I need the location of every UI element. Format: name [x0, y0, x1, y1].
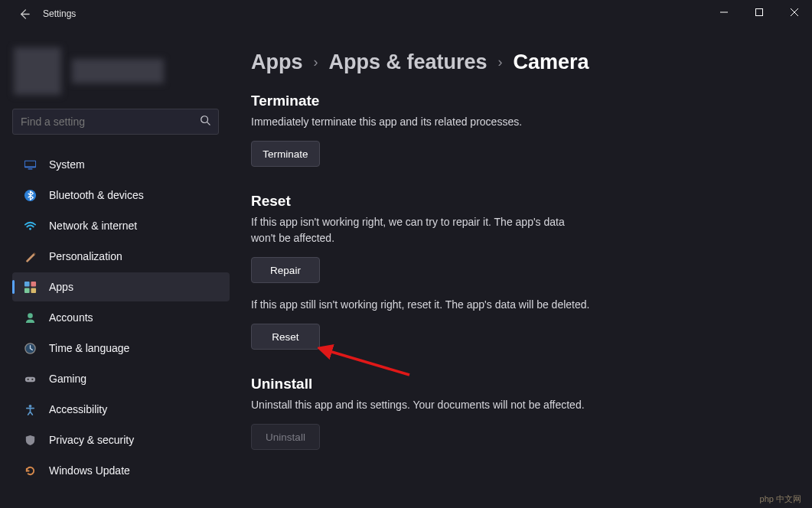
- uninstall-button: Uninstall: [251, 424, 320, 450]
- sidebar-item-label: Time & language: [49, 342, 129, 354]
- section-title: Terminate: [251, 93, 791, 109]
- reset-section: Reset If this app isn't working right, w…: [251, 193, 791, 350]
- search-box[interactable]: [12, 109, 219, 135]
- sidebar-item-label: Personalization: [49, 250, 122, 262]
- search-icon: [200, 115, 210, 129]
- svg-point-6: [29, 227, 31, 230]
- main-content: Apps › Apps & features › Camera Terminat…: [230, 28, 812, 508]
- sidebar: System Bluetooth & devices Network & int…: [0, 28, 230, 508]
- uninstall-section: Uninstall Uninstall this app and its set…: [251, 376, 791, 450]
- terminate-section: Terminate Immediately terminate this app…: [251, 93, 791, 167]
- sidebar-item-personalization[interactable]: Personalization: [12, 242, 230, 271]
- svg-point-1: [201, 116, 208, 123]
- sidebar-item-privacy-security[interactable]: Privacy & security: [12, 425, 230, 454]
- sidebar-item-bluetooth[interactable]: Bluetooth & devices: [12, 181, 230, 210]
- svg-rect-3: [24, 161, 34, 166]
- window-title: Settings: [43, 8, 76, 19]
- avatar: [14, 47, 61, 95]
- update-icon: [23, 464, 37, 477]
- svg-rect-13: [24, 376, 34, 382]
- minimize-icon: [720, 8, 728, 16]
- shield-icon: [23, 433, 37, 447]
- chevron-right-icon: ›: [314, 54, 318, 70]
- svg-rect-7: [24, 281, 29, 286]
- sidebar-item-apps[interactable]: Apps: [12, 272, 230, 301]
- back-button[interactable]: [17, 7, 31, 21]
- svg-rect-8: [31, 281, 36, 286]
- bluetooth-icon: [23, 188, 37, 202]
- gamepad-icon: [23, 372, 37, 386]
- search-input[interactable]: [21, 116, 200, 128]
- svg-rect-10: [31, 288, 36, 293]
- user-name: [72, 59, 164, 83]
- svg-point-16: [28, 404, 31, 407]
- sidebar-item-label: Accounts: [49, 311, 93, 324]
- chevron-right-icon: ›: [498, 54, 503, 70]
- clock-globe-icon: [23, 341, 37, 355]
- section-title: Uninstall: [251, 376, 791, 392]
- terminate-button[interactable]: Terminate: [251, 141, 320, 167]
- sidebar-item-label: Accessibility: [49, 403, 107, 415]
- monitor-icon: [23, 158, 37, 171]
- minimize-button[interactable]: [706, 0, 742, 24]
- brush-icon: [23, 249, 37, 263]
- section-desc: If this app still isn't working right, r…: [251, 297, 634, 313]
- sidebar-item-label: Bluetooth & devices: [49, 189, 144, 201]
- svg-rect-9: [24, 288, 29, 293]
- breadcrumb-apps-features[interactable]: Apps & features: [329, 50, 488, 74]
- sidebar-item-time-language[interactable]: Time & language: [12, 334, 230, 363]
- section-desc: Uninstall this app and its settings. You…: [251, 397, 634, 413]
- apps-icon: [23, 280, 37, 294]
- accessibility-icon: [23, 402, 37, 416]
- sidebar-item-label: System: [49, 158, 85, 171]
- titlebar: Settings: [0, 0, 812, 28]
- repair-button[interactable]: Repair: [251, 257, 320, 283]
- sidebar-item-windows-update[interactable]: Windows Update: [12, 456, 230, 485]
- maximize-button[interactable]: [742, 0, 777, 24]
- sidebar-item-system[interactable]: System: [12, 150, 230, 179]
- sidebar-item-label: Gaming: [49, 373, 86, 385]
- svg-point-15: [31, 378, 33, 379]
- sidebar-item-accounts[interactable]: Accounts: [12, 303, 230, 332]
- close-icon: [791, 8, 798, 16]
- svg-point-11: [28, 313, 33, 318]
- sidebar-nav: System Bluetooth & devices Network & int…: [12, 150, 230, 485]
- sidebar-item-label: Network & internet: [49, 220, 137, 232]
- sidebar-item-accessibility[interactable]: Accessibility: [12, 395, 230, 424]
- maximize-icon: [755, 8, 763, 16]
- svg-rect-4: [28, 168, 32, 169]
- person-icon: [23, 311, 37, 324]
- window-controls: [706, 0, 812, 24]
- close-button[interactable]: [777, 0, 812, 24]
- reset-button[interactable]: Reset: [251, 324, 320, 350]
- user-profile[interactable]: [12, 35, 230, 109]
- wifi-icon: [23, 219, 37, 233]
- sidebar-item-gaming[interactable]: Gaming: [12, 364, 230, 393]
- breadcrumb-apps[interactable]: Apps: [251, 50, 303, 74]
- section-desc: If this app isn't working right, we can …: [251, 214, 572, 246]
- arrow-left-icon: [18, 8, 30, 20]
- section-title: Reset: [251, 193, 791, 210]
- sidebar-item-label: Privacy & security: [49, 434, 134, 446]
- sidebar-item-network[interactable]: Network & internet: [12, 211, 230, 240]
- watermark: php 中文网: [760, 493, 801, 505]
- svg-rect-0: [756, 9, 763, 16]
- section-desc: Immediately terminate this app and its r…: [251, 114, 572, 130]
- breadcrumb-camera: Camera: [514, 50, 589, 74]
- sidebar-item-label: Apps: [49, 281, 73, 293]
- breadcrumb: Apps › Apps & features › Camera: [251, 50, 791, 74]
- sidebar-item-label: Windows Update: [49, 464, 130, 477]
- svg-point-14: [27, 378, 28, 379]
